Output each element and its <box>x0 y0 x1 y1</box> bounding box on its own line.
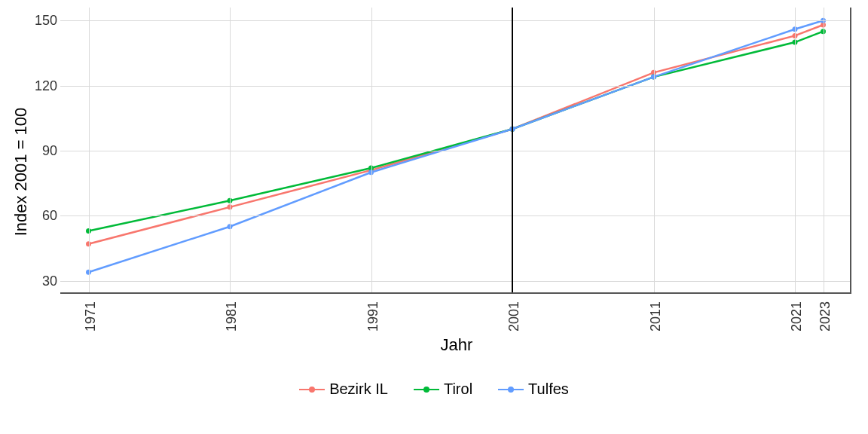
series-layer <box>60 8 850 292</box>
gridline-h <box>60 86 850 87</box>
legend-swatch <box>299 389 325 390</box>
x-tick-label: 2021 <box>789 301 805 332</box>
reference-line <box>512 8 513 292</box>
legend-item: Tirol <box>414 381 472 398</box>
y-tick-label: 30 <box>30 273 57 289</box>
gridline-v <box>824 8 824 292</box>
series-line <box>89 32 824 231</box>
x-tick-label: 1991 <box>365 301 381 332</box>
gridline-v <box>654 8 655 292</box>
y-tick-label: 90 <box>30 143 57 159</box>
legend: Bezirk ILTirolTulfes <box>0 381 868 398</box>
series-line <box>89 20 824 272</box>
legend-label: Bezirk IL <box>329 381 388 398</box>
legend-item: Tulfes <box>498 381 569 398</box>
legend-item: Bezirk IL <box>299 381 388 398</box>
gridline-h <box>60 20 850 21</box>
legend-swatch <box>414 389 439 390</box>
x-tick-label: 1981 <box>224 301 240 332</box>
legend-label: Tulfes <box>528 381 569 398</box>
gridline-v <box>230 8 231 292</box>
gridline-h <box>60 281 850 282</box>
x-tick-label: 1971 <box>83 301 99 332</box>
x-tick-label: 2023 <box>818 301 833 332</box>
gridline-v <box>371 8 372 292</box>
gridline-v <box>795 8 796 292</box>
legend-label: Tirol <box>444 381 472 398</box>
gridline-h <box>60 151 850 151</box>
plot-area <box>60 8 851 294</box>
y-tick-label: 150 <box>30 13 57 29</box>
y-tick-label: 120 <box>30 78 57 93</box>
x-tick-label: 2011 <box>648 301 664 332</box>
y-tick-label: 60 <box>30 208 57 224</box>
x-tick-label: 2001 <box>506 301 522 332</box>
gridline-v <box>89 8 90 292</box>
legend-swatch <box>498 389 524 390</box>
y-axis-label: Index 2001 = 100 <box>6 0 36 344</box>
chart-container: Index 2001 = 100 306090120150 1971198119… <box>0 0 868 434</box>
gridline-h <box>60 215 850 216</box>
x-axis-label: Jahr <box>60 335 853 355</box>
